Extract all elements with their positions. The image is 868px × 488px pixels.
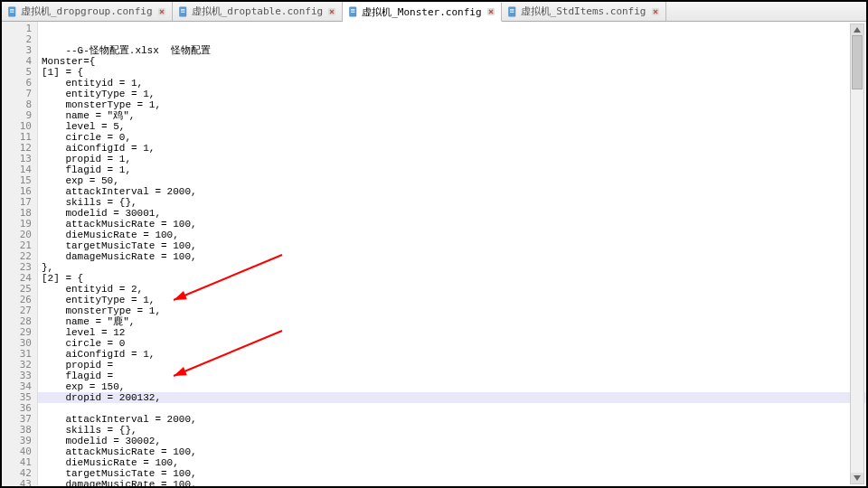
code-line: targetMusicTate = 100, xyxy=(42,468,197,479)
tab-label: 虚拟机_StdItems.config xyxy=(521,5,646,18)
code-line: targetMusicTate = 100, xyxy=(42,240,197,251)
code-line: --G-怪物配置.xlsx 怪物配置 xyxy=(65,45,211,56)
code-line: [1] = { xyxy=(42,67,83,78)
scroll-down-button[interactable] xyxy=(851,473,863,483)
svg-rect-16 xyxy=(351,11,355,12)
code-content[interactable]: --G-怪物配置.xlsx 怪物配置 Monster={ [1] = { ent… xyxy=(38,22,866,486)
tab-file-2[interactable]: 虚拟机_Monster.config xyxy=(343,3,501,22)
code-line: modelid = 30002, xyxy=(42,436,161,446)
code-line: monsterType = 1, xyxy=(42,305,161,316)
code-line: exp = 50, xyxy=(42,175,119,186)
tab-label: 虚拟机_Monster.config xyxy=(362,5,481,19)
file-icon xyxy=(348,6,359,17)
tab-label: 虚拟机_droptable.config xyxy=(192,5,324,18)
svg-rect-24 xyxy=(510,12,514,13)
code-line: entityType = 1, xyxy=(42,295,155,305)
file-icon xyxy=(507,6,518,17)
file-icon xyxy=(178,6,189,17)
code-line: propid = 1, xyxy=(42,154,131,164)
svg-rect-10 xyxy=(181,12,185,13)
code-line: entityid = 2, xyxy=(42,284,143,295)
editor-window: 虚拟机_dropgroup.config虚拟机_droptable.config… xyxy=(0,0,868,488)
svg-marker-32 xyxy=(854,27,861,33)
code-line: name = "鹿", xyxy=(42,316,135,327)
tab-file-1[interactable]: 虚拟机_droptable.config xyxy=(173,2,344,21)
close-icon[interactable] xyxy=(651,7,660,16)
code-line: flagid = xyxy=(42,371,119,381)
tab-label: 虚拟机_dropgroup.config xyxy=(21,5,153,18)
vertical-scrollbar[interactable] xyxy=(850,23,864,484)
svg-rect-22 xyxy=(510,9,514,10)
tab-file-3[interactable]: 虚拟机_StdItems.config xyxy=(502,2,666,21)
code-line: circle = 0, xyxy=(42,132,131,143)
close-icon[interactable] xyxy=(486,7,495,16)
code-line: }, xyxy=(42,262,53,273)
code-line: aiConfigId = 1, xyxy=(42,143,155,154)
code-line: entityid = 1, xyxy=(42,78,143,89)
code-line: modelid = 30001, xyxy=(42,208,161,219)
file-icon xyxy=(7,6,18,17)
code-line: dieMusicRate = 100, xyxy=(42,457,179,468)
code-line: damageMusicRate = 100, xyxy=(42,251,197,262)
code-line: [2] = { xyxy=(42,273,83,284)
code-line: circle = 0 xyxy=(42,338,125,349)
code-line: level = 5, xyxy=(42,121,125,132)
code-line: entityType = 1, xyxy=(42,89,155,99)
code-line: level = 12 xyxy=(42,327,125,338)
code-line: skills = {}, xyxy=(42,197,137,208)
svg-rect-23 xyxy=(510,10,514,11)
svg-marker-33 xyxy=(854,475,861,481)
code-line: attackInterval = 2000, xyxy=(42,186,197,197)
tab-bar: 虚拟机_dropgroup.config虚拟机_droptable.config… xyxy=(2,2,866,22)
svg-rect-9 xyxy=(181,10,185,11)
svg-rect-17 xyxy=(351,12,355,13)
close-icon[interactable] xyxy=(157,7,166,16)
code-line: attackMusicRate = 100, xyxy=(42,219,197,230)
tab-file-0[interactable]: 虚拟机_dropgroup.config xyxy=(2,2,173,21)
code-line: flagid = 1, xyxy=(42,164,131,175)
scrollbar-thumb[interactable] xyxy=(852,35,863,89)
svg-rect-3 xyxy=(10,12,14,13)
svg-rect-8 xyxy=(181,9,185,10)
code-line: exp = 150, xyxy=(42,381,125,392)
svg-line-30 xyxy=(174,331,282,376)
code-line: damageMusicRate = 100, xyxy=(42,479,197,488)
svg-marker-29 xyxy=(174,291,187,300)
line-number-gutter: 1234567891011121314151617181920212223242… xyxy=(2,22,38,486)
svg-marker-31 xyxy=(174,367,187,376)
code-line: monsterType = 1, xyxy=(42,99,161,110)
code-line: dieMusicRate = 100, xyxy=(42,230,179,240)
code-line: dropid = 200132, xyxy=(38,392,866,403)
code-line: attackInterval = 2000, xyxy=(42,414,197,425)
editor-area: 1234567891011121314151617181920212223242… xyxy=(2,22,866,486)
svg-rect-2 xyxy=(10,10,14,11)
line-number: 43 xyxy=(2,479,32,488)
svg-rect-1 xyxy=(10,9,14,10)
code-line: name = "鸡", xyxy=(42,110,135,121)
code-line: propid = xyxy=(42,360,119,371)
svg-rect-15 xyxy=(351,9,355,10)
code-line: attackMusicRate = 100, xyxy=(42,446,197,457)
close-icon[interactable] xyxy=(327,7,336,16)
code-line: skills = {}, xyxy=(42,425,137,436)
code-line: Monster={ xyxy=(42,56,95,67)
scroll-up-button[interactable] xyxy=(851,24,863,35)
code-line: aiConfigId = 1, xyxy=(42,349,155,360)
